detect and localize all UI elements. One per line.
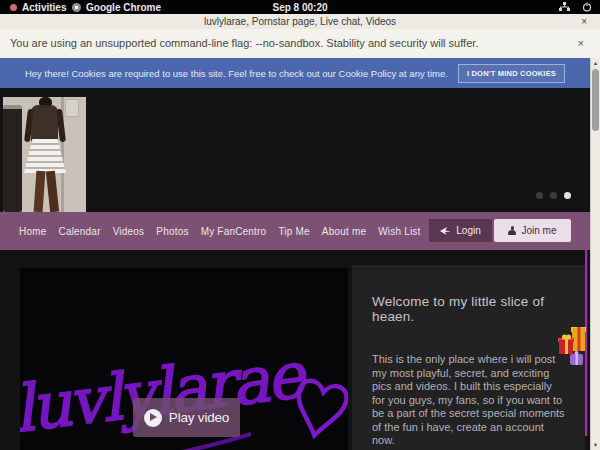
system-top-bar: Activities Google Chrome Sep 8 00:20 (0, 0, 600, 14)
webpage-content: Home Calendar Videos Photos My FanCentro… (0, 88, 590, 450)
nav-item-videos[interactable]: Videos (113, 226, 145, 237)
user-icon (508, 226, 516, 235)
nav-item-wish-list[interactable]: Wish List (378, 226, 420, 237)
about-paragraph-1: This is the only place where i will post… (372, 353, 565, 448)
photo-person-leg (34, 171, 46, 212)
warning-close-icon[interactable]: × (578, 29, 584, 58)
carousel-dot-3-active[interactable] (564, 192, 571, 199)
login-button[interactable]: Login (429, 219, 492, 242)
scrollbar-thumb[interactable] (592, 69, 599, 131)
photo-person-skirt (24, 139, 66, 173)
hero-photo (3, 97, 86, 212)
chrome-warning-bar: You are using an unsupported command-lin… (0, 29, 600, 58)
power-icon[interactable] (582, 2, 592, 12)
cookie-banner: Hey there! Cookies are required to use t… (0, 58, 590, 88)
join-me-button[interactable]: Join me (494, 219, 571, 242)
cookie-message: Hey there! Cookies are required to use t… (25, 68, 448, 79)
nav-item-calendar[interactable]: Calendar (58, 226, 100, 237)
warning-text: You are using an unsupported command-lin… (10, 37, 478, 49)
photo-door-trim (65, 99, 79, 117)
window-title-bar: luvlylarae, Pornstar page, Live chat, Vi… (0, 14, 600, 29)
clock[interactable]: Sep 8 00:20 (0, 2, 600, 13)
promo-video: luvlylarae Play video (20, 268, 348, 450)
cookie-accept-button[interactable]: I DON'T MIND COOKIES (458, 64, 565, 83)
photo-person-leg (46, 171, 59, 212)
nav-item-my-fancentro[interactable]: My FanCentro (201, 226, 267, 237)
nav-item-about-me[interactable]: About me (322, 226, 366, 237)
scrollbar: ▲ ▼ (590, 58, 600, 450)
join-label: Join me (521, 225, 556, 236)
window-close-icon[interactable]: × (581, 14, 587, 29)
network-icon[interactable] (559, 2, 570, 12)
about-panel: Welcome to my little slice of heaen. Thi… (352, 265, 585, 450)
play-video-label: Play video (169, 410, 229, 425)
nav-item-photos[interactable]: Photos (156, 226, 188, 237)
welcome-heading: Welcome to my little slice of heaen. (372, 294, 565, 324)
scroll-down-icon[interactable]: ▼ (591, 440, 600, 450)
play-icon (144, 409, 162, 427)
play-video-button[interactable]: Play video (133, 398, 240, 437)
login-label: Login (456, 225, 480, 236)
nav-item-tip-me[interactable]: Tip Me (278, 226, 309, 237)
carousel-dots (536, 192, 571, 199)
login-arrow-icon (440, 226, 451, 235)
photo-heater (3, 105, 22, 212)
nav-item-home[interactable]: Home (19, 226, 46, 237)
photo-person-torso (31, 105, 58, 142)
window-title: luvlylarae, Pornstar page, Live chat, Vi… (204, 16, 396, 27)
scroll-up-icon[interactable]: ▲ (591, 58, 600, 68)
carousel-dot-2[interactable] (550, 192, 557, 199)
gift-icon[interactable] (558, 321, 590, 371)
carousel-dot-1[interactable] (536, 192, 543, 199)
